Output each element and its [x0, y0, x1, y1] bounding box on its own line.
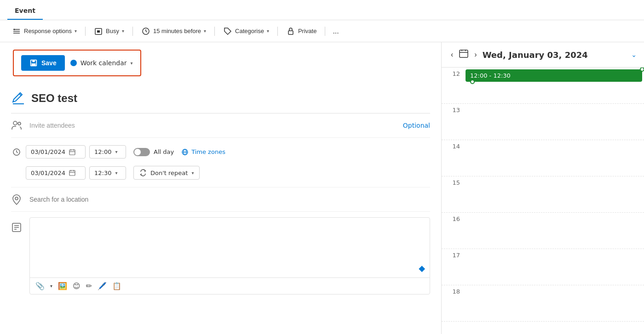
body-content[interactable]: ◆	[30, 218, 430, 277]
private-button[interactable]: Private	[282, 24, 321, 39]
event-block-time: 12:00 - 12:30	[470, 72, 511, 79]
attach-icon[interactable]: 📎	[35, 282, 45, 290]
start-date-value: 03/01/2024	[31, 148, 65, 155]
time-label-15: 15	[442, 176, 464, 189]
end-date-input[interactable]: 03/01/2024	[26, 166, 86, 180]
repeat-button[interactable]: Don't repeat ▾	[133, 166, 200, 180]
divider-4	[277, 27, 278, 36]
toolbar: Response options ▾ Busy ▾ 15 minutes bef…	[0, 20, 644, 42]
save-bar: Save Work calendar ▾	[13, 50, 141, 76]
response-options-icon	[12, 27, 21, 36]
allday-label: All day	[154, 148, 174, 155]
app-container: Event Response options ▾ Busy ▾ 15 min	[0, 0, 644, 334]
time-row-12: 12 12:00 - 12:30	[442, 68, 644, 104]
repeat-icon	[139, 169, 147, 176]
prev-nav-button[interactable]: ‹	[449, 49, 455, 61]
event-block-1200[interactable]: 12:00 - 12:30	[466, 69, 642, 82]
busy-icon	[94, 27, 103, 36]
svg-rect-26	[69, 170, 75, 175]
more-button[interactable]: ...	[329, 24, 342, 38]
calendar-date-chevron[interactable]: ⌄	[631, 51, 637, 58]
start-datetime-row: 03/01/2024 12:00 ▾	[11, 143, 430, 160]
busy-label: Busy	[106, 28, 119, 34]
calendar-dot	[70, 60, 77, 66]
time-row-18: 18	[442, 285, 644, 322]
time-content-16	[464, 213, 644, 249]
start-time-chevron: ▾	[115, 149, 117, 154]
location-row	[11, 187, 430, 212]
body-row: ◆ 📎 ▾ 🖼️ 😊 ✏️ 🖊️ 📋	[11, 217, 430, 294]
image-icon[interactable]: 🖼️	[58, 282, 67, 290]
attendees-row: Optional	[11, 113, 430, 138]
calendar-icon-end	[69, 170, 75, 176]
emoji-icon[interactable]: 😊	[73, 282, 80, 290]
highlight-icon[interactable]: 🖊️	[98, 282, 107, 290]
description-icon	[11, 222, 22, 233]
time-content-12: 12:00 - 12:30	[464, 68, 644, 103]
clock-icon	[12, 147, 21, 157]
optional-link[interactable]: Optional	[403, 122, 430, 129]
response-options-button[interactable]: Response options ▾	[7, 24, 81, 39]
time-content-17	[464, 249, 644, 285]
divider-5	[325, 27, 325, 36]
end-time-value: 12:30	[94, 170, 111, 176]
attach-chevron[interactable]: ▾	[50, 283, 52, 289]
location-input[interactable]	[29, 196, 430, 203]
event-tab[interactable]: Event	[7, 3, 43, 20]
pen-icon[interactable]: ✏️	[86, 282, 92, 290]
busy-button[interactable]: Busy ▾	[89, 24, 129, 39]
end-datetime-row: 03/01/2024 12:30 ▾	[11, 164, 430, 181]
reminder-chevron: ▾	[204, 28, 206, 34]
today-icon[interactable]	[459, 49, 469, 61]
timezone-link[interactable]: Time zones	[181, 148, 225, 156]
time-label-13: 13	[442, 104, 464, 116]
tab-bar: Event	[0, 0, 644, 20]
calendar-name: Work calendar	[80, 59, 127, 67]
end-time-select[interactable]: 12:30 ▾	[89, 166, 126, 180]
categorise-label: Categorise	[235, 28, 264, 34]
time-content-15	[464, 176, 644, 212]
start-date-input[interactable]: 03/01/2024	[26, 145, 86, 159]
calendar-selector[interactable]: Work calendar ▾	[70, 59, 133, 67]
repeat-chevron: ▾	[191, 170, 194, 175]
svg-point-14	[13, 121, 17, 125]
svg-rect-19	[69, 150, 75, 155]
save-button[interactable]: Save	[21, 55, 65, 71]
time-content-13	[464, 104, 644, 140]
reminder-icon	[141, 27, 150, 36]
private-label: Private	[298, 28, 316, 34]
event-title-input[interactable]	[31, 92, 430, 105]
body-section: ◆ 📎 ▾ 🖼️ 😊 ✏️ 🖊️ 📋	[11, 212, 430, 300]
time-content-14	[464, 140, 644, 176]
location-icon	[11, 194, 22, 205]
svg-line-18	[17, 152, 18, 153]
insert-icon[interactable]: 📋	[112, 282, 121, 290]
body-toolbar: 📎 ▾ 🖼️ 😊 ✏️ 🖊️ 📋	[30, 277, 430, 294]
time-label-16: 16	[442, 213, 464, 225]
datetime-section: 03/01/2024 12:00 ▾	[11, 138, 430, 187]
end-date-value: 03/01/2024	[31, 170, 65, 176]
svg-point-3	[14, 28, 15, 30]
time-label-18: 18	[442, 285, 464, 298]
attendees-input[interactable]	[29, 122, 396, 129]
start-time-select[interactable]: 12:00 ▾	[89, 145, 126, 159]
calendar-icon-start	[69, 149, 75, 155]
time-content-18	[464, 285, 644, 321]
categorise-chevron: ▾	[267, 28, 269, 34]
allday-toggle[interactable]: All day	[133, 148, 174, 156]
next-nav-button[interactable]: ›	[472, 49, 478, 61]
allday-switch[interactable]	[133, 148, 150, 156]
calendar-date-title: Wed, January 03, 2024	[483, 50, 628, 60]
svg-rect-12	[32, 63, 36, 66]
time-label-12: 12	[442, 68, 464, 80]
repeat-label: Don't repeat	[150, 170, 188, 176]
calendar-chevron: ▾	[130, 61, 132, 66]
time-label-14: 14	[442, 140, 464, 153]
end-time-chevron: ▾	[115, 170, 117, 175]
time-row-17: 17	[442, 249, 644, 285]
reminder-button[interactable]: 15 minutes before ▾	[137, 24, 211, 39]
main-content: Save Work calendar ▾	[0, 42, 644, 334]
divider-1	[85, 27, 86, 36]
categorise-button[interactable]: Categorise ▾	[218, 24, 274, 39]
event-block-handle-bottom	[470, 79, 475, 84]
